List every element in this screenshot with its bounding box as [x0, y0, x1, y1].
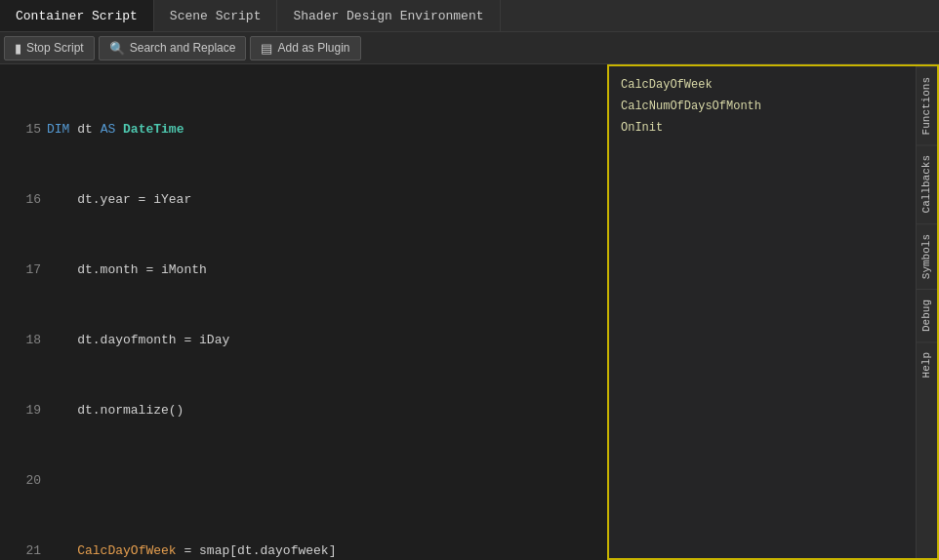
tab-bar: Container Script Scene Script Shader Des… — [0, 0, 939, 32]
tab-scene-script[interactable]: Scene Script — [154, 0, 278, 31]
stop-icon: ▮ — [15, 41, 21, 56]
right-panel: CalcDayOfWeek CalcNumOfDaysOfMonth OnIni… — [607, 64, 939, 560]
function-item-3[interactable]: OnInit — [617, 117, 908, 139]
side-tab-debug[interactable]: Debug — [917, 289, 937, 341]
side-tab-callbacks[interactable]: Callbacks — [917, 144, 937, 222]
search-replace-button[interactable]: 🔍 Search and Replace — [99, 36, 247, 60]
functions-panel: CalcDayOfWeek CalcNumOfDaysOfMonth OnIni… — [609, 66, 916, 558]
side-tabs: Functions Callbacks Symbols Debug Help — [916, 66, 937, 558]
function-item-1[interactable]: CalcDayOfWeek — [617, 74, 908, 96]
code-editor[interactable]: 15DIM dt AS DateTime 16 dt.year = iYear … — [0, 64, 607, 560]
stop-label: Stop Script — [26, 41, 84, 55]
search-label: Search and Replace — [130, 41, 236, 55]
side-tab-symbols[interactable]: Symbols — [917, 223, 937, 289]
side-tab-functions[interactable]: Functions — [917, 66, 937, 144]
plugin-label: Add as Plugin — [277, 41, 349, 55]
function-item-2[interactable]: CalcNumOfDaysOfMonth — [617, 96, 908, 117]
stop-script-button[interactable]: ▮ Stop Script — [4, 36, 95, 60]
tab-container-script[interactable]: Container Script — [0, 0, 154, 31]
plugin-icon: ▤ — [261, 41, 272, 56]
search-icon: 🔍 — [109, 41, 125, 56]
code-lines: 15DIM dt AS DateTime 16 dt.year = iYear … — [0, 64, 607, 560]
toolbar: ▮ Stop Script 🔍 Search and Replace ▤ Add… — [0, 32, 939, 64]
side-tab-help[interactable]: Help — [917, 341, 937, 387]
tab-shader-design[interactable]: Shader Design Environment — [277, 0, 500, 31]
main-area: 15DIM dt AS DateTime 16 dt.year = iYear … — [0, 64, 939, 560]
add-plugin-button[interactable]: ▤ Add as Plugin — [250, 36, 360, 60]
